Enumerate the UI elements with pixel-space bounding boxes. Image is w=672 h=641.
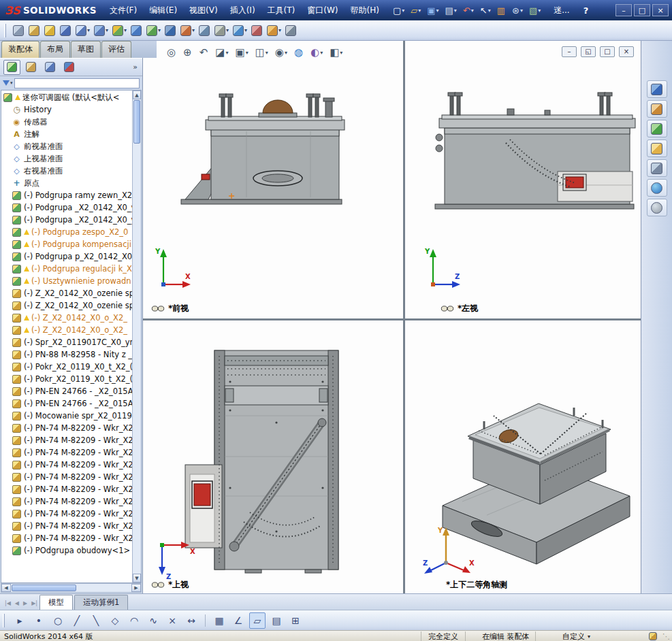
menu-edit[interactable]: 编辑(E) <box>143 1 183 20</box>
scrollbar-thumb[interactable] <box>133 100 140 144</box>
tree-item[interactable]: 注解 <box>1 128 132 140</box>
arc-icon[interactable]: ◠ <box>126 612 142 629</box>
display-style-icon[interactable]: ◫▾ <box>254 44 270 61</box>
tree-item[interactable]: 右视基准面 <box>1 165 132 177</box>
displaymanager-tab[interactable] <box>61 60 78 75</box>
scrollbar-thumb[interactable] <box>12 585 76 591</box>
menu-file[interactable]: 文件(F) <box>103 1 143 20</box>
undo-button[interactable]: ↶▾ <box>461 2 476 18</box>
tree-item[interactable]: 传感器 <box>1 116 132 128</box>
move-component-button[interactable]: ▾ <box>179 22 196 39</box>
view-settings-icon[interactable]: ◧▾ <box>328 44 344 61</box>
tree-item[interactable]: (-) Usztywnienie prowadn <box>1 275 132 287</box>
view-orientation-icon[interactable]: ▣▾ <box>234 44 249 61</box>
file-explorer-icon[interactable] <box>647 139 667 157</box>
panel-overflow-chevron[interactable]: » <box>133 63 139 71</box>
show-hidden-components-button[interactable] <box>197 22 212 39</box>
tree-item[interactable]: (-) Podgrupa _X2_0142_X0_y <box>1 214 132 226</box>
centerline-icon[interactable]: ╲ <box>88 612 104 629</box>
home-icon[interactable] <box>647 100 667 118</box>
insert-components-button[interactable]: ▾ <box>111 22 128 39</box>
filter-funnel-icon[interactable] <box>3 80 10 86</box>
zoom-fit-icon[interactable]: ◎ <box>165 44 178 61</box>
maximize-window-button[interactable]: □ <box>634 4 650 16</box>
tree-item[interactable]: (-) PN-74 M-82209 - Wkr_X2_ <box>1 446 132 459</box>
measure-button[interactable] <box>43 22 57 39</box>
save-document-button[interactable]: ▣▾ <box>425 2 441 18</box>
tree-item[interactable]: (-) Podgrupa zespo_X2_0 <box>1 226 132 238</box>
custom-properties-icon[interactable] <box>647 199 667 216</box>
custom-dropdown[interactable]: 自定义▾ <box>558 631 594 641</box>
next-tab-button[interactable]: ▶ <box>21 597 29 610</box>
menu-help[interactable]: 帮助(H) <box>345 1 385 20</box>
tree-item[interactable]: (-) Podgrupa kompensacji <box>1 238 132 250</box>
solidworks-resources-icon[interactable] <box>647 80 667 98</box>
tree-item[interactable]: (-) Z_X2_0142_X0_ozenie sp <box>1 299 132 312</box>
tree-item[interactable]: (-) Pokr_X2_0119_X0_t_X2_( <box>1 373 132 385</box>
smart-dimension-icon[interactable]: ↔ <box>183 612 199 629</box>
tree-item[interactable]: (-) Z_X2_0142_X0_ozenie sp <box>1 287 132 299</box>
linear-component-pattern-button[interactable]: ▾ <box>145 22 162 39</box>
tree-item[interactable]: (-) PN-74 M-82209 - Wkr_X2_ <box>1 459 132 471</box>
hide-show-items-icon[interactable]: ◉▾ <box>274 44 289 61</box>
select-cursor-button[interactable]: ↖▾ <box>478 2 493 18</box>
circle-icon[interactable]: ○ <box>50 612 66 629</box>
grid-snap-icon[interactable]: ▦ <box>211 612 227 629</box>
table-icon[interactable]: ▤ <box>268 612 285 629</box>
graphics-area[interactable]: ◎⊕↶◪▾▣▾◫▾◉▾◍◐▾◧▾ –◱□× <box>143 41 641 593</box>
featuremanager-tab[interactable] <box>3 60 20 75</box>
interference-detection-button[interactable] <box>284 22 298 39</box>
scroll-up-arrow[interactable]: ▲ <box>133 91 141 99</box>
select-icon[interactable]: ▸ <box>12 612 28 629</box>
menu-view[interactable]: 视图(V) <box>183 1 224 20</box>
tree-root-item[interactable]: 迷你可调圆锯 (默认<默认< <box>1 91 132 103</box>
section-view-icon[interactable]: ◪▾ <box>214 44 229 61</box>
close-document-button[interactable]: × <box>619 46 634 57</box>
tree-item[interactable]: (-) Podgrupa p_X2_0142_X0_ <box>1 250 132 263</box>
trim-icon[interactable]: × <box>164 612 180 629</box>
line-icon[interactable]: ╱ <box>69 612 85 629</box>
menu-insert[interactable]: 插入(I) <box>224 1 261 20</box>
plane-display-icon[interactable]: ▱ <box>249 612 266 629</box>
tree-item[interactable]: (-) PN-74 M-82209 - Wkr_X2_ <box>1 532 132 544</box>
tree-item[interactable]: (-) Pokr_X2_0119_X0_t_X2_( <box>1 361 132 373</box>
reference-geometry-button[interactable]: ▾ <box>231 22 249 39</box>
spline-icon[interactable]: ∿ <box>145 612 161 629</box>
tag-icon[interactable] <box>649 631 657 641</box>
apply-scene-icon[interactable]: ◐▾ <box>309 44 324 61</box>
tree-filter-input[interactable] <box>14 78 140 88</box>
assembly-features-button[interactable]: ▾ <box>213 22 230 39</box>
polygon-icon[interactable]: ◇ <box>107 612 123 629</box>
task-pane-toggle-button[interactable]: ▧▾ <box>527 2 543 18</box>
tree-item[interactable]: History <box>1 103 132 116</box>
close-window-button[interactable]: × <box>652 4 669 16</box>
tree-item[interactable]: (-) PN-74 M-82209 - Wkr_X2_ <box>1 520 132 532</box>
configurationmanager-tab[interactable] <box>42 60 59 75</box>
tree-item[interactable]: (-) PN-74 M-82209 - Wkr_X2_ <box>1 508 132 520</box>
viewport-splitter-horizontal[interactable] <box>143 318 641 320</box>
minimize-document-button[interactable]: – <box>562 46 577 57</box>
previous-view-icon[interactable]: ↶ <box>198 44 210 61</box>
tree-item[interactable]: (-) Z_X2_0142_X0_o_X2_ <box>1 312 132 324</box>
tree-item[interactable]: (-) POdgrupa obudowy<1> <box>1 544 132 557</box>
tree-item[interactable]: (-) Podgrupa regulacji k_X <box>1 263 132 275</box>
tab-sketch[interactable]: 草图 <box>71 41 101 58</box>
propertymanager-tab[interactable] <box>22 60 39 75</box>
exploded-view-button[interactable]: ▾ <box>266 22 283 39</box>
toolbar-grip[interactable] <box>3 614 5 627</box>
last-tab-button[interactable]: ▶| <box>29 597 39 610</box>
scroll-left-arrow[interactable]: ◀ <box>1 584 11 592</box>
viewport-left[interactable]: Y Z *左视 <box>405 41 641 318</box>
help-icon[interactable]: ? <box>583 5 589 16</box>
print-document-button[interactable]: ▤▾ <box>443 2 459 18</box>
zoom-area-button[interactable]: ▾ <box>93 22 110 39</box>
tree-item[interactable]: (-) PN-EN 24766 - _X2_015A <box>1 385 132 397</box>
tree-item[interactable]: (-) Mocowanie spr_X2_0119 <box>1 410 132 422</box>
zoom-fit-button[interactable]: ▾ <box>74 22 91 39</box>
menu-tools[interactable]: 工具(T) <box>261 1 302 20</box>
tree-item[interactable]: (-) PN-74 M-82209 - Wkr_X2_ <box>1 483 132 495</box>
tree-item[interactable]: (-) PN-74 M-82209 - Wkr_X2_ <box>1 471 132 483</box>
scroll-down-arrow[interactable]: ▼ <box>133 574 141 582</box>
tree-item[interactable]: (-) Podgrupa _X2_0142_X0_y <box>1 201 132 214</box>
tree-item[interactable]: (-) Podgrupa ramy zewn_X2_ <box>1 189 132 201</box>
